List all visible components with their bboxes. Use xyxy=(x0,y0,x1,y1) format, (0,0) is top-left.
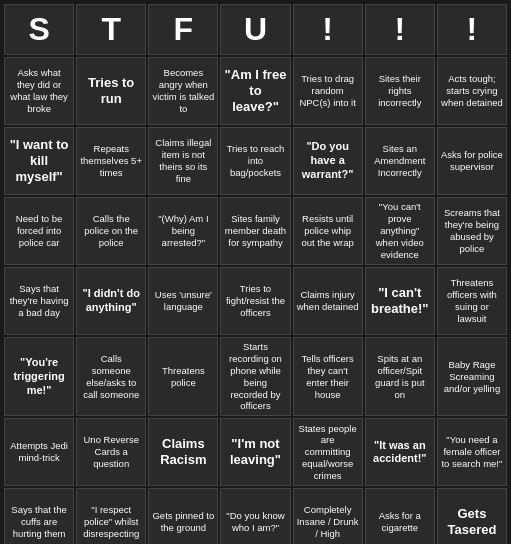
bingo-cell-48[interactable]: Gets Tasered xyxy=(437,488,507,544)
bingo-cell-31[interactable]: Starts recording on phone while being re… xyxy=(220,337,290,416)
bingo-cell-35[interactable]: Attempts Jedi mind-trick xyxy=(4,418,74,486)
bingo-cell-37[interactable]: Claims Racism xyxy=(148,418,218,486)
header-letter-4: ! xyxy=(293,4,363,55)
bingo-cell-0[interactable]: Asks what they did or what law they brok… xyxy=(4,57,74,125)
bingo-cell-10[interactable]: Tries to reach into bag/pockets xyxy=(220,127,290,195)
bingo-cell-20[interactable]: Screams that they're being abused by pol… xyxy=(437,197,507,265)
bingo-cell-23[interactable]: Uses 'unsure' language xyxy=(148,267,218,335)
bingo-cell-9[interactable]: Claims illegal item is not theirs so its… xyxy=(148,127,218,195)
bingo-cell-17[interactable]: Sites family member death for sympathy xyxy=(220,197,290,265)
bingo-cell-32[interactable]: Tells officers they can't enter their ho… xyxy=(293,337,363,416)
bingo-cell-2[interactable]: Becomes angry when victim is talked to xyxy=(148,57,218,125)
bingo-cell-3[interactable]: "Am I free to leave?" xyxy=(220,57,290,125)
header-letter-0: S xyxy=(4,4,74,55)
bingo-cell-39[interactable]: States people are committing equal/worse… xyxy=(293,418,363,486)
bingo-cell-5[interactable]: Sites their rights incorrectly xyxy=(365,57,435,125)
bingo-cell-29[interactable]: Calls someone else/asks to call someone xyxy=(76,337,146,416)
header-letter-5: ! xyxy=(365,4,435,55)
bingo-cell-16[interactable]: "(Why) Am I being arrested?" xyxy=(148,197,218,265)
bingo-cell-14[interactable]: Need to be forced into police car xyxy=(4,197,74,265)
bingo-cell-41[interactable]: "You need a female officer to search me!… xyxy=(437,418,507,486)
bingo-cell-21[interactable]: Says that they're having a bad day xyxy=(4,267,74,335)
bingo-cell-26[interactable]: "I can't breathe!" xyxy=(365,267,435,335)
bingo-cell-42[interactable]: Says that the cuffs are hurting them xyxy=(4,488,74,544)
bingo-cell-11[interactable]: "Do you have a warrant?" xyxy=(293,127,363,195)
bingo-cell-6[interactable]: Acts tough; starts crying when detained xyxy=(437,57,507,125)
bingo-cell-44[interactable]: Gets pinned to the ground xyxy=(148,488,218,544)
bingo-cell-24[interactable]: Tries to fight/resist the officers xyxy=(220,267,290,335)
bingo-cell-4[interactable]: Tries to drag random NPC(s) into it xyxy=(293,57,363,125)
bingo-cell-15[interactable]: Calls the police on the police xyxy=(76,197,146,265)
bingo-cell-36[interactable]: Uno Reverse Cards a question xyxy=(76,418,146,486)
bingo-cell-19[interactable]: "You can't prove anything" when video ev… xyxy=(365,197,435,265)
bingo-cell-12[interactable]: Sites an Amendment Incorrectly xyxy=(365,127,435,195)
bingo-cell-1[interactable]: Tries to run xyxy=(76,57,146,125)
bingo-grid: Asks what they did or what law they brok… xyxy=(4,57,507,544)
bingo-cell-7[interactable]: "I want to kill myself" xyxy=(4,127,74,195)
bingo-cell-30[interactable]: Threatens police xyxy=(148,337,218,416)
bingo-cell-40[interactable]: "It was an accident!" xyxy=(365,418,435,486)
bingo-cell-43[interactable]: "I respect police" whilst disrespecting xyxy=(76,488,146,544)
header-letter-3: U xyxy=(220,4,290,55)
header-letter-1: T xyxy=(76,4,146,55)
bingo-cell-27[interactable]: Threatens officers with suing or lawsuit xyxy=(437,267,507,335)
bingo-card: STFU!!! Asks what they did or what law t… xyxy=(0,0,511,544)
header-letter-2: F xyxy=(148,4,218,55)
bingo-cell-38[interactable]: "I'm not leaving" xyxy=(220,418,290,486)
bingo-cell-18[interactable]: Resists until police whip out the wrap xyxy=(293,197,363,265)
bingo-cell-8[interactable]: Repeats themselves 5+ times xyxy=(76,127,146,195)
bingo-cell-13[interactable]: Asks for police supervisor xyxy=(437,127,507,195)
bingo-cell-47[interactable]: Asks for a cigarette xyxy=(365,488,435,544)
bingo-cell-34[interactable]: Baby Rage Screaming and/or yelling xyxy=(437,337,507,416)
bingo-cell-22[interactable]: "I didn't do anything" xyxy=(76,267,146,335)
bingo-cell-28[interactable]: "You're triggering me!" xyxy=(4,337,74,416)
bingo-header: STFU!!! xyxy=(4,4,507,55)
bingo-cell-46[interactable]: Completely Insane / Drunk / High xyxy=(293,488,363,544)
bingo-cell-33[interactable]: Spits at an officer/Spit guard is put on xyxy=(365,337,435,416)
bingo-cell-45[interactable]: "Do you know who I am?" xyxy=(220,488,290,544)
header-letter-6: ! xyxy=(437,4,507,55)
bingo-cell-25[interactable]: Claims injury when detained xyxy=(293,267,363,335)
